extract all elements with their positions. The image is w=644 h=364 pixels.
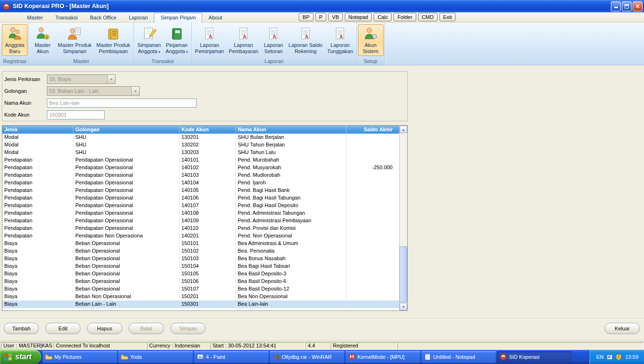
ribbon-groups: Anggota BaruRegistrasi$Master AkunMaster… xyxy=(0,23,644,65)
tab-master[interactable]: Master xyxy=(21,13,49,22)
task-sid-koperasi[interactable]: SID Koperasi xyxy=(497,351,572,363)
ribbon-item-master-akun[interactable]: $Master Akun xyxy=(30,24,55,56)
task-my-pictures[interactable]: My Pictures xyxy=(43,351,117,363)
table-row[interactable]: BiayaBeban Operasional150106Bea Basil De… xyxy=(2,278,399,285)
keluar-button[interactable]: Keluar xyxy=(605,323,640,334)
table-row[interactable]: BiayaBeban Operasional150102Bea. Persona… xyxy=(2,247,399,255)
cell: Pendapatan xyxy=(2,202,73,209)
maximize-button[interactable] xyxy=(622,1,632,11)
tab-about[interactable]: About xyxy=(202,13,228,22)
table-row[interactable]: BiayaBeban Operasional150104Bea Bagi Has… xyxy=(2,263,399,270)
task-untitled-notepad[interactable]: Untitled - Notepad xyxy=(421,351,496,363)
ribbon-item-laporan-tunggakan[interactable]: ALaporan Tunggakan xyxy=(325,24,356,56)
tab-laporan[interactable]: Laporan xyxy=(123,13,154,22)
table-row[interactable]: BiayaBeban Operasional150101Bea Administ… xyxy=(2,240,399,247)
column-header-kode-akun[interactable]: Kode Akun xyxy=(179,126,236,134)
jenis-perkiraan-select[interactable]: 15. Biaya▼ xyxy=(47,74,116,84)
table-row[interactable]: PendapatanPendapatan Operasional140107Pe… xyxy=(2,202,399,209)
ribbon-item-simpanan-anggota[interactable]: Simpanan Anggota ▾ xyxy=(135,24,163,56)
tab-simpan-pinjam[interactable]: Simpan Pinjam xyxy=(154,13,202,23)
cell xyxy=(347,263,399,270)
quick-button-bp[interactable]: BP xyxy=(299,13,313,21)
quick-button-cmd[interactable]: CMD xyxy=(418,13,438,21)
quick-button-notepad[interactable]: Notepad xyxy=(345,13,372,21)
vertical-scrollbar[interactable]: ▲ ▼ xyxy=(399,126,407,310)
table-row[interactable]: PendapatanPendapatan Operasional140110Pe… xyxy=(2,225,399,232)
quick-button-exit[interactable]: Exit xyxy=(439,13,456,21)
table-row[interactable]: PendapatanPendapatan Non Operasiona14020… xyxy=(2,232,399,240)
task-4-paint[interactable]: 4 - Paint xyxy=(194,351,268,363)
golongan-select[interactable]: 03. Beban Lain - Lain▼ xyxy=(47,86,140,96)
form-row-kode-akun: Kode Akun150301 xyxy=(4,110,105,119)
table-row[interactable]: BiayaBeban Operasional150103Bea Bonus Na… xyxy=(2,255,399,263)
cell: Pendapatan Operasional xyxy=(73,164,179,172)
cell: 140106 xyxy=(179,194,236,202)
table-row[interactable]: ModalSHU130203SHU Tahun Lalu xyxy=(2,149,399,156)
taskbar-clock[interactable]: 13:59 xyxy=(625,354,638,360)
cell xyxy=(347,149,399,156)
task-yoda[interactable]: Yoda xyxy=(118,351,193,363)
column-header-golongan[interactable]: Golongan xyxy=(73,126,179,134)
tab-back-office[interactable]: Back Office xyxy=(84,13,123,22)
table-row[interactable]: ModalSHU130201SHU Bulan Berjalan xyxy=(2,134,399,141)
scroll-thumb[interactable] xyxy=(400,246,407,302)
column-header-nama-akun[interactable]: Nama Akun xyxy=(236,126,347,134)
quick-button-vb[interactable]: VB xyxy=(328,13,343,21)
column-header-saldo-akhir[interactable]: Saldo Akhir xyxy=(347,126,399,134)
ribbon-group-label: Transaksi xyxy=(134,58,191,65)
ribbon-group-registrasi: Anggota BaruRegistrasi xyxy=(1,23,29,65)
task-kernelmode-mpu[interactable]: KernelMode - [MPU] xyxy=(346,351,420,363)
table-row[interactable]: ModalSHU130202SHU Tahun Berjalan xyxy=(2,141,399,149)
scroll-down-button[interactable]: ▼ xyxy=(400,303,407,310)
edit-button[interactable]: Edit xyxy=(45,323,80,334)
language-indicator[interactable]: EN xyxy=(596,354,603,360)
quick-button-calc[interactable]: Calc xyxy=(374,13,392,21)
close-icon: × xyxy=(635,3,639,9)
ribbon-item-laporan-peminjaman[interactable]: ALaporan Peminjaman xyxy=(193,24,226,56)
field-label-jenis-perkiraan: Jenis Perkiraan xyxy=(4,76,47,82)
start-button[interactable]: start xyxy=(0,350,41,364)
quick-button-folder[interactable]: Folder xyxy=(394,13,416,21)
table-row[interactable]: PendapatanPendapatan Operasional140103Pe… xyxy=(2,172,399,179)
quick-button-p[interactable]: P xyxy=(315,13,326,21)
table-row[interactable]: PendapatanPendapatan Operasional140104Pe… xyxy=(2,179,399,187)
ribbon-item-pinjaman-anggota[interactable]: Pinjaman Anggota ▾ xyxy=(163,24,190,56)
ribbon-item-master-produk-simpanan[interactable]: Master Produk Simpanan xyxy=(55,24,94,56)
column-header-jenis[interactable]: Jenis xyxy=(2,126,73,134)
hapus-button[interactable]: Hapus xyxy=(87,323,122,334)
ribbon-item-anggota-baru[interactable]: Anggota Baru xyxy=(2,24,27,56)
ribbon-group-items: Anggota Baru xyxy=(1,23,28,58)
scroll-up-button[interactable]: ▲ xyxy=(400,126,407,133)
table-row[interactable]: BiayaBeban Operasional150107Bea Basil De… xyxy=(2,285,399,293)
ribbon-item-laporan-pembayaran[interactable]: ALaporan Pembayaran xyxy=(226,24,260,56)
ribbon-item-master-produk-pembiayaan[interactable]: Master Produk Pembiayaan xyxy=(94,24,133,56)
table-row[interactable]: PendapatanPendapatan Operasional140102Pe… xyxy=(2,164,399,172)
ribbon-item-laporan-setoran[interactable]: ALaporan Setoran xyxy=(260,24,286,56)
table-row[interactable]: BiayaBeban Lain - Lain150301Bea Lain-lai… xyxy=(2,300,399,308)
ribbon-item-akun-sistem[interactable]: Akun Sistem xyxy=(358,24,384,56)
kode-akun-input[interactable]: 150301 xyxy=(47,110,105,119)
table-row[interactable]: PendapatanPendapatan Operasional140105Pe… xyxy=(2,187,399,194)
minimize-button[interactable] xyxy=(611,1,621,11)
ime-icon[interactable] xyxy=(606,354,613,361)
ribbon-item-label: Laporan Peminjaman xyxy=(195,42,224,55)
close-button[interactable]: × xyxy=(633,1,643,11)
tab-transaksi[interactable]: Transaksi xyxy=(49,13,84,22)
table-row[interactable]: PendapatanPendapatan Operasional140101Pe… xyxy=(2,156,399,164)
nama-akun-input[interactable]: Bea Lain-lain xyxy=(47,99,197,108)
ribbon-group-items: ALaporan PeminjamanALaporan PembayaranAL… xyxy=(192,23,357,58)
cell: Pend. Bagi Hasil Tabungan xyxy=(236,194,347,202)
table-row[interactable]: BiayaBeban Non Operasional150201Bea Non … xyxy=(2,293,399,300)
table-row[interactable]: PendapatanPendapatan Operasional140108Pe… xyxy=(2,209,399,217)
batal-button[interactable]: Batal xyxy=(129,323,164,334)
table-row[interactable]: BiayaBeban Operasional150105Bea Basil De… xyxy=(2,270,399,278)
scroll-track[interactable] xyxy=(400,133,407,303)
security-shield-icon[interactable] xyxy=(615,354,622,361)
simpan-button[interactable]: Simpan xyxy=(170,323,206,334)
ribbon-item-laporan-saldo-rekening[interactable]: ALaporan Saldo Rekening xyxy=(286,24,325,56)
table-row[interactable]: PendapatanPendapatan Operasional140106Pe… xyxy=(2,194,399,202)
task-ollydbg-rar-winrar[interactable]: Ollydbg.rar - WinRAR xyxy=(270,351,344,363)
tambah-button[interactable]: Tambah xyxy=(4,323,39,334)
table-row[interactable]: PendapatanPendapatan Operasional140109Pe… xyxy=(2,217,399,225)
cell: Biaya xyxy=(2,240,73,247)
